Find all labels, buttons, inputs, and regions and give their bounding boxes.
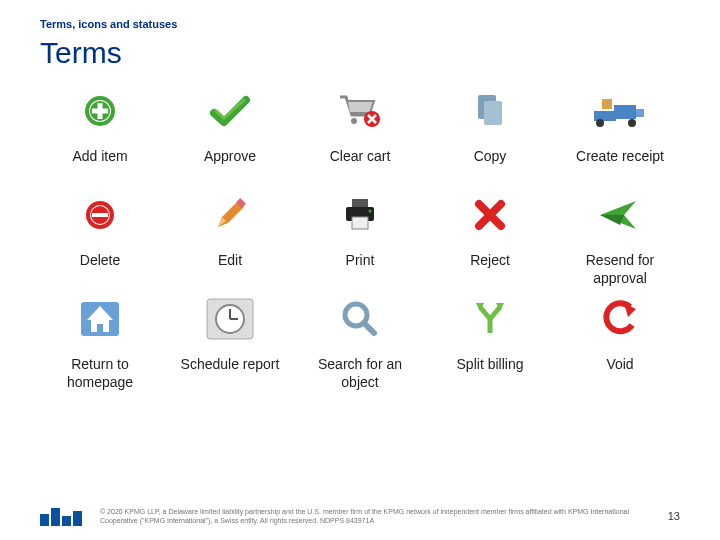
split-billing-icon [460,296,520,342]
svg-rect-25 [352,199,368,207]
breadcrumb: Terms, icons and statuses [40,18,680,30]
kpmg-logo [40,506,86,526]
term-label: Copy [474,148,507,192]
term-edit: Edit [170,192,290,296]
term-label: Search for an object [300,356,420,400]
svg-rect-4 [92,109,108,114]
term-clear-cart: Clear cart [300,88,420,192]
term-copy: Copy [430,88,550,192]
term-label: Approve [204,148,256,192]
svg-rect-17 [602,99,612,109]
home-icon [70,296,130,342]
svg-point-28 [369,210,372,213]
schedule-report-icon [200,296,260,342]
copyright-text: © 2020 KPMG LLP, a Delaware limited liab… [100,507,654,525]
edit-icon [200,192,260,238]
reject-icon [460,192,520,238]
term-reject: Reject [430,192,550,296]
term-search-object: Search for an object [300,296,420,400]
slide: Terms, icons and statuses Terms Add item… [0,0,720,540]
term-void: Void [560,296,680,400]
term-label: Split billing [457,356,524,400]
add-item-icon [70,88,130,134]
svg-rect-12 [614,105,636,119]
term-label: Void [606,356,633,400]
term-resend-approval: Resend for approval [560,192,680,296]
term-return-home: Return to homepage [40,296,160,400]
approve-icon [200,88,260,134]
svg-rect-16 [636,109,644,117]
svg-point-14 [596,119,604,127]
term-label: Resend for approval [560,252,680,296]
term-label: Schedule report [181,356,280,400]
term-create-receipt: Create receipt [560,88,680,192]
copy-icon [460,88,520,134]
term-label: Delete [80,252,120,296]
term-label: Edit [218,252,242,296]
term-print: Print [300,192,420,296]
clear-cart-icon [330,88,390,134]
term-delete: Delete [40,192,160,296]
svg-rect-36 [97,324,103,332]
svg-line-42 [364,323,374,333]
svg-rect-21 [92,213,108,217]
resend-approval-icon [590,192,650,238]
footer: © 2020 KPMG LLP, a Delaware limited liab… [40,506,680,526]
term-approve: Approve [170,88,290,192]
search-icon [330,296,390,342]
term-schedule-report: Schedule report [170,296,290,400]
term-label: Return to homepage [40,356,160,400]
svg-point-15 [628,119,636,127]
term-label: Clear cart [330,148,391,192]
term-label: Create receipt [576,148,664,192]
term-label: Print [346,252,375,296]
term-split-billing: Split billing [430,296,550,400]
void-icon [590,296,650,342]
term-label: Reject [470,252,510,296]
delete-icon [70,192,130,238]
svg-rect-27 [352,217,368,229]
svg-rect-13 [594,111,616,121]
svg-rect-11 [484,101,502,125]
create-receipt-icon [590,88,650,134]
icon-grid: Add item Approve Clear cart Copy Create [40,88,680,400]
term-add-item: Add item [40,88,160,192]
svg-point-5 [351,118,357,124]
svg-marker-32 [600,215,624,225]
term-label: Add item [72,148,127,192]
page-title: Terms [40,36,680,70]
page-number: 13 [668,510,680,522]
print-icon [330,192,390,238]
